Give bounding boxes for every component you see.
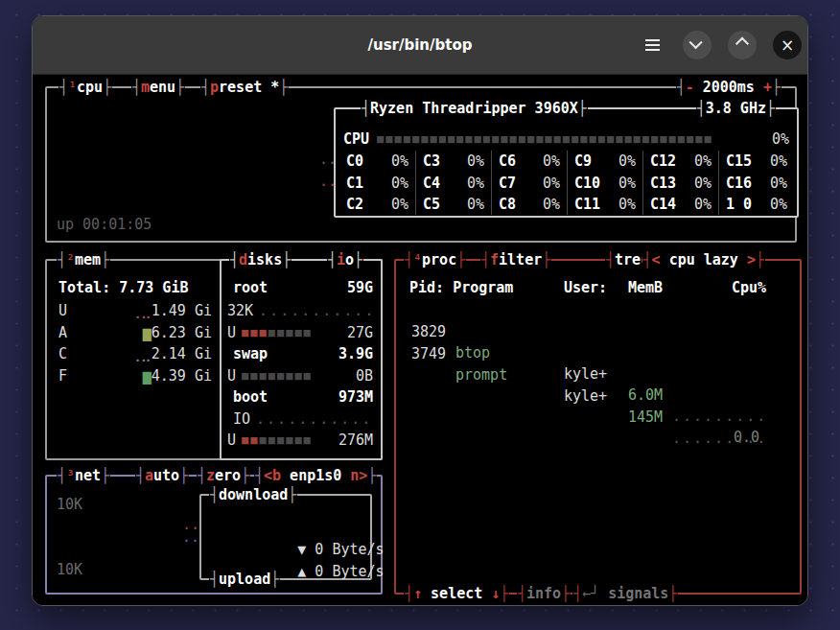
proc-info-button[interactable]: info: [517, 584, 571, 603]
core-cell: C160%: [718, 172, 794, 193]
disk-boot-io-row: IO .................: [222, 408, 381, 430]
process-cpu-graph: .........: [672, 406, 767, 427]
titlebar[interactable]: /usr/bin/btop ×: [33, 16, 807, 75]
close-button[interactable]: ×: [773, 31, 802, 59]
process-row[interactable]: 3829 btop kyle+ 6.0M ......... 0.0: [396, 300, 800, 321]
interval-value: 2000ms: [694, 79, 763, 96]
chevron-down-icon: [689, 35, 703, 49]
menu-button[interactable]: menu: [131, 78, 185, 97]
core-cell: C50%: [415, 194, 491, 215]
window-title: /usr/bin/btop: [368, 36, 473, 54]
core-cell: C130%: [642, 172, 718, 193]
enter-key-icon: ←┘: [582, 585, 608, 602]
upload-speed: 0 Byte/s: [306, 563, 384, 580]
col-header-cpu[interactable]: Cpu%: [732, 277, 766, 298]
proc-box-title: ⁴proc: [404, 250, 466, 269]
core-cell: 1 00%: [718, 194, 794, 215]
cpu-box-title: ¹cpu: [58, 78, 112, 97]
proc-filter-button[interactable]: filter: [480, 250, 551, 269]
btop-terminal: ¹cpu menu preset * - 2000ms + .. .. up 0…: [33, 75, 808, 606]
mem-cached-graph: ⢀⣀: [130, 343, 152, 364]
core-cell: C90%: [567, 151, 642, 172]
disk-root-used-meter: ■■■■■: [268, 322, 313, 343]
sort-next-button[interactable]: >: [747, 251, 756, 268]
iface-prev-button[interactable]: <b: [264, 467, 281, 484]
preset-button[interactable]: preset *: [200, 78, 289, 97]
cpu-total-meter: ■■■■■■■■■■■■■■■■■■■■■■■■■■■■■■■■■■■■■■: [377, 128, 772, 150]
select-up-arrow[interactable]: ↑: [413, 585, 422, 602]
net-scale-bottom: 10K: [57, 559, 82, 580]
disk-boot-row: boot973M: [222, 386, 381, 408]
core-cell: C150%: [718, 151, 794, 172]
cpu-total-label: CPU: [343, 128, 369, 150]
disk-boot-used-meter-fill: ■■: [242, 430, 259, 451]
download-speed-row: ▼ 0 Byte/s: [211, 518, 385, 539]
iface-next-button[interactable]: n>: [350, 467, 367, 484]
interval-decrease-button[interactable]: -: [686, 79, 694, 96]
process-row[interactable]: 3749 prompt kyle+ 145M .........: [396, 322, 800, 343]
mem-box-title: ²mem: [57, 250, 110, 269]
net-zero-toggle[interactable]: zero: [197, 466, 250, 485]
core-cell: C110%: [567, 194, 642, 215]
mem-row-free: F ▆ 4.39 Gi: [58, 365, 212, 386]
disk-root-row: root59G: [222, 277, 381, 298]
col-header-mem[interactable]: MemB: [628, 277, 663, 298]
process-cpu-graph: .........: [672, 428, 767, 449]
disk-boot-used-row: U ■■■■■■■■ 276M: [222, 430, 381, 451]
proc-signals-button[interactable]: ←┘ signals: [572, 584, 678, 603]
net-interface-selector[interactable]: <b enp1s0 n>: [254, 466, 377, 485]
disk-root-used-row: U ■■■■■■■■ 27G: [222, 322, 381, 343]
upload-title: upload: [209, 570, 280, 589]
core-cell: C140%: [642, 194, 718, 215]
mem-available-graph: ▆: [143, 322, 152, 343]
disks-box-title[interactable]: disks: [229, 250, 292, 269]
col-header-user[interactable]: User:: [564, 277, 607, 298]
disks-panel: disks io root59G 32K ................. U…: [220, 259, 383, 460]
chevron-up-icon: [735, 37, 749, 51]
sort-mode: cpu lazy: [661, 251, 747, 268]
select-down-arrow[interactable]: ↓: [491, 585, 500, 602]
sort-prev-button[interactable]: <: [652, 251, 661, 268]
close-icon: ×: [781, 35, 794, 55]
disk-root-free-graph: .................: [259, 300, 373, 321]
mem-row-cached: C ⢀⣀ 2.14 Gi: [58, 343, 212, 364]
disk-boot-used-meter: ■■■■■■: [259, 430, 312, 451]
disk-swap-used-row: U ■■■■■■■■ 0B: [222, 365, 381, 386]
mem-total: Total: 7.73 GiB: [58, 277, 188, 298]
cpu-total-percent: 0%: [772, 128, 789, 150]
core-cell: C80%: [491, 194, 567, 215]
interval-increase-button[interactable]: +: [763, 79, 772, 96]
uptime-label: up 00:01:05: [57, 214, 152, 235]
mem-used-graph: ⢀⣀: [130, 300, 152, 321]
proc-panel: ⁴proc filter tree < cpu lazy > Pid: Prog…: [394, 259, 802, 595]
download-panel: download upload ▼ 0 Byte/s ▲ 0 Byte/s: [199, 494, 372, 580]
proc-select-control[interactable]: ↑ select ↓: [404, 584, 509, 603]
net-upload-graph-dots: ..: [182, 526, 199, 548]
io-toggle[interactable]: io: [327, 250, 363, 269]
core-cell: C70%: [491, 172, 567, 193]
core-cell: C10%: [339, 172, 415, 193]
net-scale-top: 10K: [57, 494, 82, 515]
hamburger-menu-button[interactable]: [638, 31, 666, 59]
core-cell: C00%: [339, 151, 415, 172]
cpu-core-grid: C00% C30% C60% C90% C120% C150% C10% C40…: [339, 151, 794, 215]
upload-speed-row: ▲ 0 Byte/s: [211, 540, 385, 561]
cpu-panel: ¹cpu menu preset * - 2000ms + .. .. up 0…: [45, 86, 797, 243]
cpu-model-title: Ryzen Threadripper 3960X: [361, 99, 588, 118]
minimize-button[interactable]: [683, 31, 712, 59]
mem-row-available: A ▆ 6.23 Gi: [58, 322, 212, 343]
maximize-button[interactable]: [728, 31, 757, 59]
disk-swap-used-meter: ■■■■■■■■: [242, 365, 313, 386]
net-auto-toggle[interactable]: auto: [135, 466, 189, 485]
cpu-frequency: 3.8 GHz: [696, 99, 776, 118]
disk-boot-io-graph: .................: [256, 408, 373, 430]
update-interval-control[interactable]: - 2000ms +: [676, 78, 782, 97]
proc-sort-selector[interactable]: < cpu lazy >: [642, 250, 765, 269]
download-title: download: [209, 485, 297, 504]
col-header-pid-program[interactable]: Pid: Program: [409, 277, 513, 298]
net-box-title: ³net: [57, 466, 110, 485]
hamburger-icon: [645, 44, 660, 46]
cpu-inner-panel: Ryzen Threadripper 3960X 3.8 GHz CPU ■■■…: [334, 107, 799, 218]
net-panel: ³net auto zero <b enp1s0 n> 10K 10K .. .…: [45, 475, 383, 595]
core-cell: C30%: [415, 151, 491, 172]
